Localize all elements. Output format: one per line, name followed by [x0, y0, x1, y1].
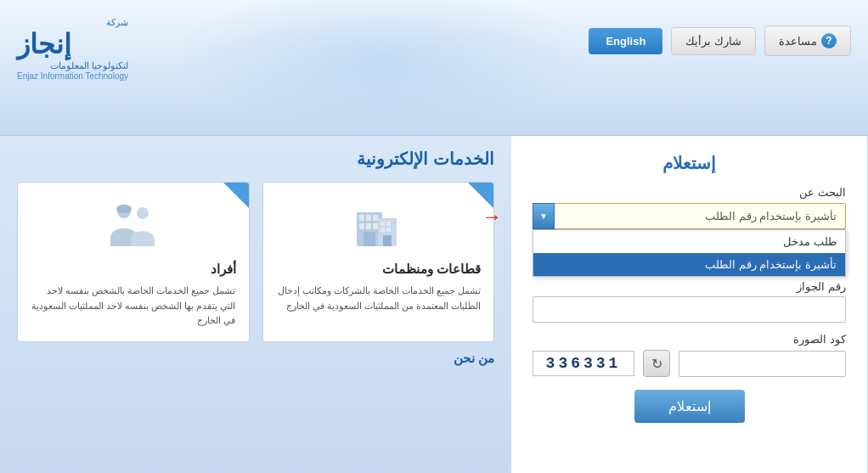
- card-individuals-desc: تشمل جميع الخدمات الخاصة بالشخص بنفسه لا…: [31, 284, 236, 329]
- cards-row: قطاعات ومنظمات تشمل جميع الخدمات الخاصة …: [17, 182, 494, 342]
- dropdown-arrow-btn[interactable]: ▼: [533, 203, 555, 229]
- help-label: مساعدة: [779, 35, 817, 48]
- captcha-label: كود الصورة: [533, 333, 846, 346]
- red-arrow-indicator: →: [482, 205, 502, 228]
- svg-rect-3: [373, 215, 378, 221]
- svg-rect-12: [386, 228, 391, 232]
- svg-rect-5: [366, 223, 371, 229]
- header: شركة إنجاز لتكنولوجيا المعلومات Enjaz In…: [0, 0, 868, 136]
- captcha-refresh-button[interactable]: ↻: [643, 350, 670, 377]
- right-panel: الخدمات الإلكترونية: [0, 136, 511, 473]
- dropdown-item-2[interactable]: تأشيرة بإستخدام رقم الطلب: [533, 253, 845, 276]
- svg-rect-11: [380, 228, 385, 232]
- svg-point-16: [137, 207, 149, 219]
- svg-rect-6: [373, 223, 378, 229]
- left-panel: إستعلام البحث عن → ▼ طلب مدخل تأشيرة بإس…: [511, 136, 868, 473]
- logo-sub2-ar: لتكنولوجيا المعلومات: [17, 60, 128, 71]
- bottom-label: من نحن: [17, 351, 494, 366]
- card-organizations-title: قطاعات ومنظمات: [276, 262, 482, 277]
- people-icon: [31, 195, 236, 255]
- passport-input[interactable]: [533, 296, 846, 323]
- svg-rect-4: [359, 223, 364, 229]
- captcha-input[interactable]: [679, 351, 846, 377]
- svg-rect-7: [364, 232, 375, 246]
- search-label: البحث عن: [533, 186, 846, 199]
- dropdown-item-1[interactable]: طلب مدخل: [533, 230, 845, 253]
- logo-ar: إنجاز: [17, 29, 71, 59]
- captcha-image: 336331: [533, 351, 634, 376]
- bottom-label-text: من نحن: [454, 351, 494, 365]
- dropdown-container: → ▼ طلب مدخل تأشيرة بإستخدام رقم الطلب: [533, 203, 846, 229]
- help-icon: ?: [821, 33, 837, 48]
- svg-rect-1: [359, 215, 364, 221]
- svg-rect-9: [380, 222, 385, 226]
- svg-rect-13: [383, 235, 392, 246]
- passport-label: رقم الجواز: [533, 280, 846, 293]
- card-individuals[interactable]: أفراد تشمل جميع الخدمات الخاصة بالشخص بن…: [17, 182, 250, 342]
- svg-rect-10: [386, 222, 391, 226]
- logo-area: شركة إنجاز لتكنولوجيا المعلومات Enjaz In…: [17, 17, 128, 81]
- svg-point-15: [116, 205, 132, 213]
- card-individuals-title: أفراد: [31, 262, 236, 277]
- building-icon: [276, 195, 482, 255]
- english-button[interactable]: English: [589, 28, 662, 54]
- card-organizations-desc: تشمل جميع الخدمات الخاصة بالشركات ومكاتب…: [276, 284, 482, 313]
- card-corner-2: [223, 183, 249, 208]
- card-organizations[interactable]: قطاعات ومنظمات تشمل جميع الخدمات الخاصة …: [262, 182, 495, 342]
- captcha-row: ↻ 336331: [533, 350, 846, 377]
- logo-sub-ar: شركة: [17, 17, 128, 28]
- dropdown-list: طلب مدخل تأشيرة بإستخدام رقم الطلب: [533, 229, 846, 277]
- svg-rect-2: [366, 215, 371, 221]
- logo-en: Enjaz Information Technology: [17, 71, 128, 81]
- search-button[interactable]: إستعلام: [634, 390, 745, 423]
- nav-buttons: English شارك برأيك ? مساعدة: [589, 25, 851, 56]
- refresh-icon: ↻: [651, 356, 662, 372]
- right-panel-title: الخدمات الإلكترونية: [17, 149, 494, 169]
- dropdown-selected-value[interactable]: [533, 203, 846, 229]
- header-wave: [0, 0, 868, 135]
- main-content: إستعلام البحث عن → ▼ طلب مدخل تأشيرة بإس…: [0, 136, 868, 473]
- share-button[interactable]: شارك برأيك: [671, 27, 756, 55]
- panel-title: إستعلام: [533, 153, 846, 173]
- help-button[interactable]: ? مساعدة: [764, 25, 851, 56]
